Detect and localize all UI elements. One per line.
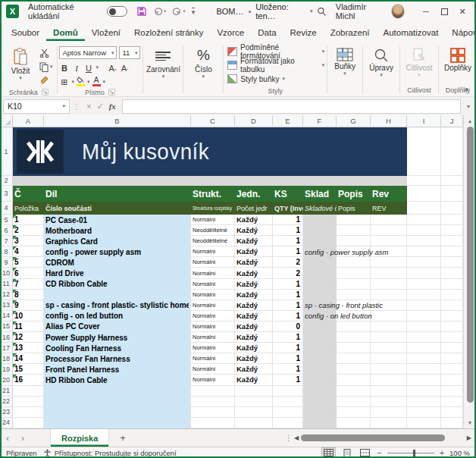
- row-header-23[interactable]: 23: [0, 407, 13, 418]
- cell-D14[interactable]: Každý: [235, 311, 273, 322]
- zoom-out-button[interactable]: −: [377, 448, 381, 457]
- column-header-B[interactable]: B: [44, 115, 191, 127]
- cell-I5[interactable]: [407, 215, 441, 225]
- cell-J22[interactable]: [441, 397, 463, 407]
- cell-C14[interactable]: Normální: [191, 311, 235, 322]
- cell-H20[interactable]: [371, 375, 407, 385]
- cell-F20[interactable]: [303, 375, 337, 385]
- row-header-11[interactable]: 11: [0, 279, 13, 290]
- cell-A17[interactable]: 13: [13, 343, 44, 353]
- view-normal-button[interactable]: [322, 448, 335, 457]
- cell-D9[interactable]: Každý: [235, 257, 273, 268]
- cell-J10[interactable]: [441, 268, 463, 278]
- cell-B9[interactable]: CDROM: [44, 257, 191, 268]
- cell-I18[interactable]: [407, 353, 441, 364]
- cell-I14[interactable]: [407, 311, 441, 322]
- cell-C8[interactable]: Normální: [191, 246, 235, 257]
- cell-F22[interactable]: [303, 397, 337, 407]
- paste-button[interactable]: Vložit ▾: [3, 45, 38, 80]
- row-header-4[interactable]: 4: [0, 202, 13, 215]
- cell-D20[interactable]: Každý: [235, 375, 273, 385]
- cell-B13[interactable]: sp - casing - front plastic- stylistic h…: [44, 300, 191, 311]
- column-header-J[interactable]: J: [441, 115, 463, 127]
- cell-E14[interactable]: 1: [273, 311, 303, 322]
- vertical-scroll-thumb[interactable]: [467, 127, 474, 403]
- add-sheet-button[interactable]: +: [109, 432, 136, 444]
- subheader-D[interactable]: Počet jedr: [235, 202, 273, 215]
- cell-G10[interactable]: [337, 268, 371, 278]
- cell-B19[interactable]: Front Panel Harness: [44, 364, 191, 375]
- font-dialog-launcher[interactable]: ↘: [108, 89, 115, 96]
- sheet-nav-prev-button[interactable]: ‹: [0, 433, 15, 444]
- cell-H18[interactable]: [371, 353, 407, 364]
- cell-C15[interactable]: Normální: [191, 322, 235, 332]
- accessibility-status[interactable]: Přístupnost: Prostudujte si doporučení: [43, 449, 177, 457]
- cell-J5[interactable]: [441, 215, 463, 225]
- cell-I15[interactable]: [407, 322, 441, 332]
- row-header-2[interactable]: 2: [0, 176, 13, 186]
- cell-E23[interactable]: [273, 407, 303, 418]
- cell-I24[interactable]: [407, 418, 441, 428]
- cell-G6[interactable]: [337, 225, 371, 236]
- cell-B5[interactable]: PC Case-01: [44, 215, 191, 225]
- cell-I19[interactable]: [407, 364, 441, 375]
- cut-button[interactable]: [39, 47, 53, 59]
- cell-I11[interactable]: [407, 279, 441, 290]
- fill-color-button[interactable]: [77, 77, 85, 86]
- cancel-button[interactable]: ×: [86, 102, 91, 111]
- format-painter-button[interactable]: [39, 74, 53, 86]
- search-icon[interactable]: [317, 6, 326, 17]
- clipboard-dialog-launcher[interactable]: ↘: [42, 89, 49, 96]
- row-header-18[interactable]: 18: [0, 353, 13, 364]
- cell-J12[interactable]: [441, 290, 463, 300]
- cell-C20[interactable]: Normální: [191, 375, 235, 385]
- document-title-area[interactable]: BOM… • Uloženo: ten… ▾: [216, 2, 312, 20]
- cell-C17[interactable]: Normální: [191, 343, 235, 353]
- cell-J8[interactable]: [441, 246, 463, 257]
- cell-G12[interactable]: [337, 290, 371, 300]
- user-avatar[interactable]: [391, 4, 405, 19]
- cell-F10[interactable]: [303, 268, 337, 278]
- cell-G18[interactable]: [337, 353, 371, 364]
- save-icon[interactable]: [136, 6, 147, 17]
- cell-A18[interactable]: 14: [13, 353, 44, 364]
- italic-button[interactable]: I: [71, 61, 81, 73]
- row-header-12[interactable]: 12: [0, 290, 13, 300]
- cell-E24[interactable]: [273, 418, 303, 428]
- cell-A9[interactable]: 5: [13, 257, 44, 268]
- cell-H14[interactable]: [371, 311, 407, 322]
- cell-J23[interactable]: [441, 407, 463, 418]
- alignment-button[interactable]: Zarovnání ▾: [146, 45, 180, 78]
- cell-J9[interactable]: [441, 257, 463, 268]
- row-header-20[interactable]: 20: [0, 375, 13, 385]
- cell-I21[interactable]: [407, 386, 441, 397]
- cell-E11[interactable]: 1: [273, 279, 303, 290]
- header-ks[interactable]: KS: [273, 186, 303, 202]
- cell-D19[interactable]: Každý: [235, 364, 273, 375]
- view-page-layout-button[interactable]: [340, 448, 353, 457]
- maximize-button[interactable]: [435, 2, 453, 20]
- row-header-6[interactable]: 6: [0, 225, 13, 236]
- cell-J13[interactable]: [441, 300, 463, 311]
- cell-B8[interactable]: config - power supply asm: [44, 246, 191, 257]
- font-size-select[interactable]: 11▾: [119, 46, 140, 59]
- cell-H5[interactable]: [371, 215, 407, 225]
- header-strukt.[interactable]: Strukt.: [191, 186, 235, 202]
- redo-button[interactable]: ▾: [172, 7, 186, 16]
- qat-customize-button[interactable]: ▾: [192, 8, 196, 15]
- copy-button[interactable]: ▾: [39, 61, 53, 73]
- cell-J15[interactable]: [441, 322, 463, 332]
- row-header-5[interactable]: 5: [0, 215, 13, 225]
- scroll-right-button[interactable]: ▶: [467, 434, 471, 441]
- cell-C23[interactable]: [191, 407, 235, 418]
- cell-A11[interactable]: 7: [13, 279, 44, 290]
- subheader-E[interactable]: QTY (Inve: [273, 202, 303, 215]
- cell-H12[interactable]: [371, 290, 407, 300]
- subheader-B[interactable]: Číslo součásti: [44, 202, 191, 215]
- cell-B7[interactable]: Graphics Card: [44, 236, 191, 246]
- cell-F19[interactable]: [303, 364, 337, 375]
- column-header-C[interactable]: C: [191, 115, 235, 127]
- cell-F14[interactable]: config - on led button: [303, 311, 337, 322]
- cell-E8[interactable]: 1: [273, 246, 303, 257]
- font-name-select[interactable]: Aptos Narrow▾: [59, 46, 117, 59]
